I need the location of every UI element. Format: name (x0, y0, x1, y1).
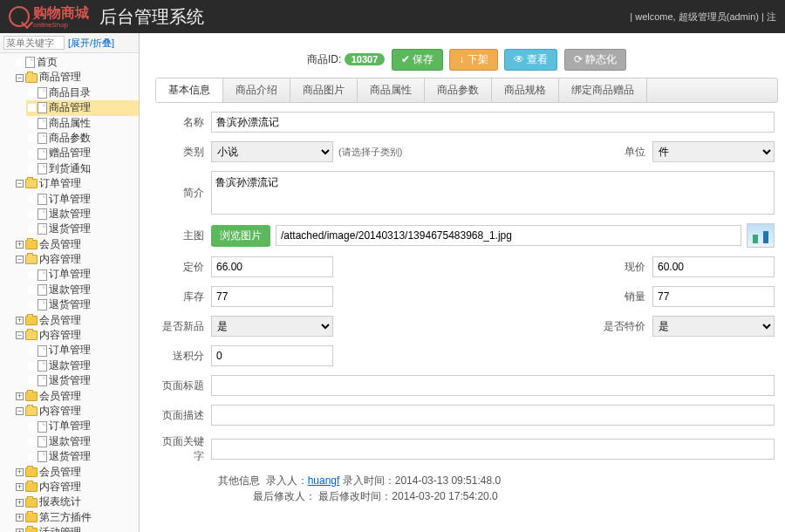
tree-node[interactable]: −内容管理 (14, 328, 139, 343)
expand-icon[interactable]: + (16, 483, 24, 491)
tab[interactable]: 商品属性 (358, 78, 425, 102)
category-select[interactable]: 小说 (211, 141, 333, 162)
collapse-icon[interactable]: − (16, 407, 24, 415)
expand-icon[interactable]: + (16, 468, 24, 476)
image-thumbnail[interactable] (747, 223, 775, 248)
tree-node[interactable]: +活动管理 (14, 525, 139, 532)
isspecial-label: 是否特价 (600, 319, 652, 334)
tree-node[interactable]: 退货管理 (26, 222, 139, 236)
folder-icon (25, 316, 38, 325)
tree-node[interactable]: +会员管理 (14, 465, 139, 480)
tree-node[interactable]: 订单管理 (26, 343, 139, 358)
page-icon (38, 194, 47, 205)
stock-input[interactable] (211, 286, 333, 307)
tree-spacer (28, 423, 36, 431)
tree-node[interactable]: 商品管理 (26, 100, 139, 115)
offshelf-button[interactable]: ↓ 下架 (449, 49, 497, 71)
points-input[interactable] (211, 345, 333, 366)
expand-collapse-link[interactable]: [展开/折叠] (68, 37, 114, 50)
sidebar: [展开/折叠] 首页−商品管理商品目录商品管理商品属性商品参数赠品管理到货通知−… (0, 33, 140, 532)
tree-node[interactable]: 商品参数 (26, 131, 139, 146)
tree-node[interactable]: +内容管理 (14, 480, 139, 494)
save-button[interactable]: ✔ 保存 (392, 49, 443, 71)
nowprice-input[interactable] (652, 256, 775, 277)
tree-node[interactable]: 订单管理 (26, 267, 139, 282)
isnew-select[interactable]: 是 (211, 316, 333, 337)
view-button[interactable]: 👁 查看 (504, 49, 557, 71)
collapse-icon[interactable]: − (16, 256, 24, 263)
tree-node[interactable]: 退款管理 (26, 358, 139, 373)
pagetitle-input[interactable] (211, 375, 775, 396)
tree-node[interactable]: 退货管理 (26, 373, 139, 388)
current-user-link[interactable]: 超级管理员(admin) (679, 11, 759, 22)
tree-label: 商品参数 (49, 131, 91, 146)
static-button[interactable]: ⟳ 静态化 (564, 49, 626, 71)
brief-label: 简介 (159, 186, 211, 201)
browse-image-button[interactable]: 浏览图片 (211, 225, 270, 247)
tree-node[interactable]: 赠品管理 (26, 146, 139, 160)
tree-label: 会员管理 (39, 237, 81, 252)
page-icon (38, 163, 47, 174)
tab[interactable]: 商品图片 (290, 78, 358, 102)
tree-node[interactable]: 商品属性 (26, 116, 139, 131)
tab[interactable]: 商品规格 (492, 78, 559, 102)
expand-icon[interactable]: + (16, 529, 24, 532)
tree-label: 内容管理 (39, 480, 81, 494)
price-input[interactable] (211, 256, 333, 277)
tree-spacer (28, 286, 36, 294)
app-header: 购物商城 onlineShop 后台管理系统 | welcome, 超级管理员(… (0, 0, 785, 33)
tab[interactable]: 商品介绍 (223, 78, 290, 102)
tree-node[interactable]: 订单管理 (26, 419, 139, 433)
tree-node[interactable]: 退款管理 (26, 283, 139, 297)
logo-text: 购物商城 (33, 4, 89, 23)
tree-node[interactable]: +第三方插件 (14, 510, 139, 525)
expand-icon[interactable]: + (16, 499, 24, 507)
tree-node[interactable]: 商品目录 (26, 85, 139, 100)
image-path-input[interactable] (276, 225, 741, 246)
page-icon (38, 436, 47, 447)
collapse-icon[interactable]: − (16, 331, 24, 339)
product-id-label: 商品ID: (307, 53, 341, 65)
expand-icon[interactable]: + (16, 241, 24, 249)
expand-icon[interactable]: + (16, 317, 24, 324)
tree-node[interactable]: −内容管理 (14, 252, 139, 267)
tree-node[interactable]: 退货管理 (26, 449, 139, 464)
collapse-icon[interactable]: − (16, 180, 24, 188)
tab[interactable]: 绑定商品赠品 (559, 78, 647, 102)
tree-node[interactable]: 退货管理 (26, 297, 139, 312)
creator-link[interactable]: huangf (308, 474, 340, 487)
folder-icon (25, 331, 38, 340)
tree-node[interactable]: 订单管理 (26, 192, 139, 207)
tree-node[interactable]: +会员管理 (14, 237, 139, 252)
tree-node[interactable]: 退款管理 (26, 207, 139, 222)
logout-link[interactable]: 注 (767, 11, 776, 22)
expand-icon[interactable]: + (16, 392, 24, 400)
tree-node[interactable]: +会员管理 (14, 389, 139, 404)
tree-node[interactable]: −订单管理 (14, 176, 139, 191)
expand-icon[interactable]: + (16, 514, 24, 522)
menu-search-input[interactable] (3, 36, 65, 50)
tree-node[interactable]: 首页 (14, 55, 139, 70)
tree-label: 活动管理 (39, 525, 81, 532)
tab[interactable]: 基本信息 (156, 78, 223, 102)
pagedesc-input[interactable] (211, 405, 775, 426)
tree-label: 订单管理 (49, 343, 91, 358)
tree-node[interactable]: +报表统计 (14, 494, 139, 509)
tree-label: 订单管理 (49, 267, 91, 282)
tree-node[interactable]: 到货通知 (26, 161, 139, 176)
tree-label: 赠品管理 (49, 146, 91, 160)
tree-node[interactable]: −商品管理 (14, 70, 139, 85)
collapse-icon[interactable]: − (16, 74, 24, 82)
brief-textarea[interactable]: 鲁滨孙漂流记 (211, 171, 775, 215)
tree-node[interactable]: 退款管理 (26, 434, 139, 449)
tree-label: 会员管理 (39, 313, 81, 328)
tab[interactable]: 商品参数 (425, 78, 492, 102)
tree-node[interactable]: −内容管理 (14, 404, 139, 419)
unit-select[interactable]: 件 (652, 141, 775, 162)
name-input[interactable] (211, 112, 775, 133)
tree-label: 商品管理 (49, 100, 91, 115)
sales-input[interactable] (652, 286, 775, 307)
pagekw-input[interactable] (211, 439, 775, 460)
tree-node[interactable]: +会员管理 (14, 313, 139, 328)
isspecial-select[interactable]: 是 (652, 316, 775, 337)
